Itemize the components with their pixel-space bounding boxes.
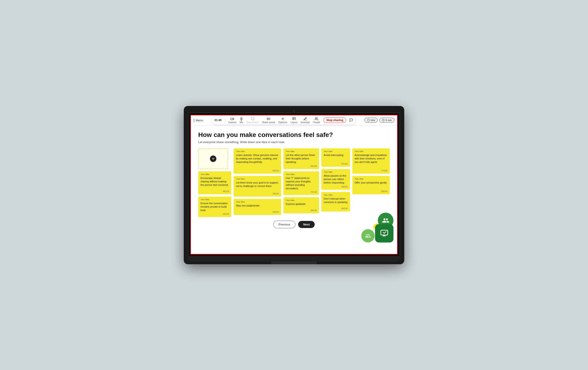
- note-count: 59/100: [311, 165, 317, 167]
- laptop-stand: [271, 261, 317, 264]
- svg-point-8: [282, 118, 283, 119]
- note-card[interactable]: Your idea Avoid interrupting. 20/100: [321, 148, 350, 167]
- laptop-base: [188, 257, 400, 261]
- toolbar: 01:45 Camera: [211, 116, 356, 125]
- people-button[interactable]: People: [313, 117, 320, 124]
- annotate-label: Annotate: [301, 121, 310, 124]
- note-count: 20/100: [341, 163, 348, 165]
- note-label: Your idea: [200, 199, 229, 201]
- note-count: 28/100: [381, 190, 388, 192]
- note-count: 38/100: [273, 192, 279, 195]
- note-text: Allow pauses so the person can reflect b…: [324, 174, 347, 185]
- notes-col-5: Your idea Acknowledge and empathize with…: [352, 148, 390, 194]
- note-count: 38/100: [311, 209, 317, 211]
- note-text: Avoid interrupting.: [324, 153, 347, 162]
- note-label: Your idea: [324, 194, 347, 196]
- note-card[interactable]: Your idea Use "I" statements to express …: [284, 171, 319, 195]
- add-note-card[interactable]: +: [198, 148, 228, 169]
- lightgreen-circle-people: [361, 229, 375, 242]
- note-label: Your idea: [236, 201, 279, 203]
- note-label: Your idea: [324, 171, 347, 173]
- note-card[interactable]: Your idea Allow pauses so the person can…: [321, 169, 350, 190]
- pin-button[interactable]: [349, 118, 353, 122]
- note-label: Your idea: [324, 150, 347, 152]
- note-count: 72/100: [311, 191, 317, 193]
- menu-dots-icon: [194, 119, 194, 122]
- note-text: Express gratitude: [286, 202, 317, 208]
- optimize-label: Optimize: [278, 121, 287, 124]
- note-label: Your idea: [200, 173, 229, 175]
- note-count: 38/100: [223, 213, 229, 215]
- note-card[interactable]: Your idea Don't interupt when someone is…: [321, 192, 350, 211]
- notes-col-1: + Your idea Encourage deeper sharing wit…: [198, 148, 231, 217]
- camera-button[interactable]: Camera: [228, 117, 237, 124]
- note-text: Ensure the conversation remains private …: [200, 202, 229, 212]
- note-card[interactable]: Your idea Acknowledge and empathize with…: [352, 148, 390, 174]
- screen: Menu 01:45 Camera: [190, 115, 398, 255]
- note-text: Use "I" statements to express your thoug…: [286, 176, 317, 190]
- note-card[interactable]: Your idea Let them know your goal is to …: [234, 176, 281, 197]
- share-sound-button[interactable]: Share sound: [262, 117, 275, 124]
- people-label: People: [313, 121, 320, 124]
- note-label: Your idea: [236, 178, 279, 180]
- add-icon: +: [210, 156, 216, 162]
- note-label: Your idea: [236, 150, 279, 152]
- note-card[interactable]: Your idea Express gratitude 38/100: [284, 197, 319, 213]
- svg-rect-0: [231, 118, 233, 120]
- give-control-label: Give control: [246, 121, 259, 124]
- mic-button[interactable]: Mic: [240, 117, 243, 124]
- hint-label: Hint: [371, 119, 375, 121]
- note-count: 38/100: [273, 211, 279, 213]
- svg-point-12: [315, 118, 317, 119]
- note-label: Your idea: [355, 150, 388, 152]
- note-label: Your idea: [286, 199, 317, 201]
- main-content: How can you make conversations feel safe…: [191, 125, 397, 254]
- note-label: Your idea: [286, 150, 317, 152]
- note-card[interactable]: Your idea Stay non-judgmental. 38/100: [234, 199, 281, 215]
- note-count: 99/100: [273, 170, 279, 172]
- svg-rect-17: [381, 230, 388, 235]
- layout-label: Layout: [291, 121, 297, 124]
- note-label: Your idea: [355, 178, 388, 180]
- hint-button[interactable]: Hint: [365, 118, 378, 123]
- layout-button[interactable]: Layout: [291, 117, 297, 124]
- give-control-button[interactable]: Give control: [246, 117, 259, 124]
- menu-label: Menu: [196, 119, 203, 122]
- note-count: 38/100: [223, 190, 229, 192]
- optimize-button[interactable]: Optimize: [278, 117, 287, 124]
- screen-bezel: Menu 01:45 Camera: [188, 112, 400, 257]
- top-bar: Menu 01:45 Camera: [191, 115, 397, 125]
- camera-label: Camera: [228, 121, 237, 124]
- svg-marker-1: [233, 118, 234, 120]
- svg-rect-2: [241, 117, 242, 119]
- time-button[interactable]: 5 min: [379, 118, 394, 123]
- bottom-nav: Previous Next: [198, 217, 390, 233]
- note-text: Listen actively. Show genuine interest b…: [236, 153, 279, 169]
- annotate-button[interactable]: Annotate: [301, 117, 310, 124]
- note-card[interactable]: Your idea Ensure the conversation remain…: [198, 197, 231, 217]
- present-icon-button[interactable]: [375, 224, 393, 242]
- page-subtitle: Let everyone share something. Write down…: [198, 140, 390, 144]
- note-text: Let the other person finish their though…: [286, 153, 317, 164]
- notes-col-2: Your idea Listen actively. Show genuine …: [234, 148, 281, 215]
- note-text: Acknowledge and empathize with their emo…: [355, 153, 388, 169]
- notes-col-4: Your idea Avoid interrupting. 20/100 You…: [321, 148, 350, 211]
- previous-button[interactable]: Previous: [273, 221, 296, 228]
- note-card[interactable]: Your idea Let the other person finish th…: [284, 148, 319, 169]
- share-sound-label: Share sound: [262, 121, 275, 124]
- note-card[interactable]: Your idea Encourage deeper sharing witho…: [198, 171, 231, 194]
- note-label: Your idea: [286, 173, 317, 175]
- menu-button[interactable]: Menu: [194, 119, 203, 122]
- note-text: Let them know your goal is to support, n…: [236, 181, 279, 191]
- toolbar-timer: 01:45: [215, 119, 222, 122]
- note-card[interactable]: Your idea Listen actively. Show genuine …: [234, 148, 281, 174]
- note-card[interactable]: Your idea Offer your perspective gently …: [352, 176, 390, 194]
- toolbar-right: Hint 5 min: [365, 118, 394, 123]
- notes-grid: + Your idea Encourage deeper sharing wit…: [198, 148, 390, 217]
- note-text: Offer your perspective gently: [355, 181, 388, 189]
- notes-col-3: Your idea Let the other person finish th…: [284, 148, 319, 213]
- note-count: 77/100: [381, 170, 388, 172]
- stop-sharing-button[interactable]: Stop sharing: [323, 118, 346, 123]
- laptop-frame: Menu 01:45 Camera: [184, 106, 404, 264]
- next-button[interactable]: Next: [298, 221, 315, 228]
